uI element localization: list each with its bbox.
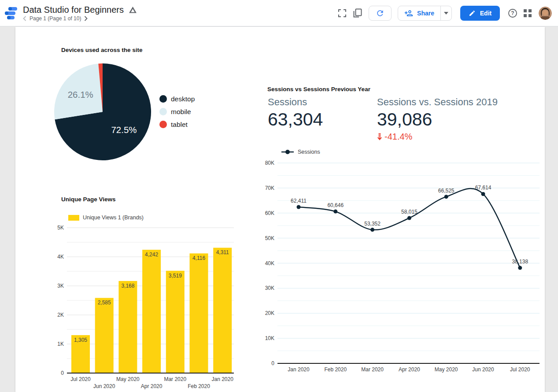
- fullscreen-icon[interactable]: [335, 6, 350, 21]
- scorecard-delta: -41.4%: [377, 132, 498, 142]
- svg-text:1,305: 1,305: [74, 337, 87, 343]
- app-header: Data Studio for Beginners Page 1 (Page 1…: [0, 0, 558, 26]
- svg-text:10K: 10K: [265, 335, 274, 341]
- legend-dot-mobile-icon: [159, 108, 167, 115]
- svg-text:60K: 60K: [265, 210, 274, 216]
- svg-text:70K: 70K: [265, 185, 274, 191]
- svg-text:Jan 2020: Jan 2020: [212, 376, 234, 382]
- svg-text:62,411: 62,411: [291, 198, 307, 204]
- svg-text:May 2020: May 2020: [116, 376, 140, 382]
- pie-legend: desktop mobile tablet: [159, 92, 195, 131]
- svg-text:Jul 2020: Jul 2020: [510, 366, 530, 373]
- line-chart[interactable]: 010K20K30K40K50K60K70K80KJan 2020Feb 202…: [260, 157, 544, 377]
- scorecard-value: 63,304: [268, 109, 323, 129]
- down-arrow-icon: [377, 133, 382, 141]
- pie-chart[interactable]: 72.5%26.1%: [53, 63, 152, 161]
- legend-item-mobile: mobile: [159, 105, 195, 118]
- svg-text:30K: 30K: [265, 285, 274, 291]
- scorecard-sessions-vs-2019[interactable]: Sessions vs. Sessions 2019 39,086 -41.4%: [377, 96, 498, 142]
- svg-text:3K: 3K: [57, 283, 64, 289]
- scorecard-label: Sessions vs. Sessions 2019: [377, 96, 498, 108]
- svg-text:4,311: 4,311: [216, 249, 229, 255]
- drive-icon: [129, 7, 137, 13]
- legend-dot-tablet-icon: [159, 121, 167, 128]
- svg-text:?: ?: [511, 10, 514, 16]
- svg-text:80K: 80K: [265, 160, 274, 166]
- svg-text:66,525: 66,525: [438, 188, 455, 194]
- report-canvas: Devices used across the site 72.5%26.1% …: [15, 27, 545, 392]
- pencil-icon: [469, 10, 476, 17]
- bar-series-swatch-icon: [68, 215, 79, 221]
- scorecard-value: 39,086: [377, 109, 498, 129]
- next-page-icon[interactable]: [84, 16, 88, 21]
- edit-button-label: Edit: [480, 10, 491, 17]
- avatar[interactable]: [539, 7, 552, 20]
- svg-text:20K: 20K: [265, 310, 274, 316]
- legend-dot-desktop-icon: [159, 95, 167, 103]
- svg-text:50K: 50K: [265, 235, 274, 241]
- data-studio-logo-icon[interactable]: [4, 7, 18, 20]
- svg-text:2,585: 2,585: [98, 300, 111, 306]
- svg-text:Mar 2020: Mar 2020: [164, 376, 186, 382]
- svg-text:4,242: 4,242: [145, 251, 158, 258]
- scorecard-delta-value: -41.4%: [384, 132, 412, 142]
- svg-text:Feb 2020: Feb 2020: [188, 383, 210, 389]
- prev-page-icon[interactable]: [23, 16, 26, 21]
- svg-text:Jan 2020: Jan 2020: [288, 366, 310, 373]
- svg-text:May 2020: May 2020: [435, 366, 458, 373]
- share-button-label: Share: [417, 10, 434, 17]
- svg-text:Mar 2020: Mar 2020: [361, 366, 384, 373]
- svg-text:0: 0: [271, 360, 274, 366]
- svg-text:72.5%: 72.5%: [111, 125, 137, 135]
- svg-text:4K: 4K: [57, 254, 64, 260]
- share-button[interactable]: Share: [398, 6, 440, 20]
- apps-grid-icon[interactable]: [520, 6, 535, 21]
- svg-text:Jun 2020: Jun 2020: [472, 366, 494, 373]
- svg-text:38,138: 38,138: [512, 259, 528, 265]
- line-chart-legend: Sessions: [281, 149, 320, 155]
- report-title: Data Studio for Beginners: [23, 4, 124, 15]
- svg-text:3,519: 3,519: [169, 273, 182, 279]
- page-navigation[interactable]: Page 1 (Page 1 of 10): [23, 15, 137, 22]
- svg-text:0: 0: [61, 370, 64, 376]
- help-icon[interactable]: ?: [505, 6, 520, 21]
- svg-text:58,015: 58,015: [401, 209, 418, 215]
- svg-text:Jul 2020: Jul 2020: [70, 376, 91, 382]
- edit-button[interactable]: Edit: [460, 6, 500, 21]
- svg-text:1K: 1K: [57, 341, 64, 347]
- legend-item-desktop: desktop: [159, 92, 195, 105]
- share-dropdown-button[interactable]: [440, 6, 451, 20]
- copy-pages-icon[interactable]: [350, 6, 365, 21]
- pie-chart-title: Devices used across the site: [61, 47, 143, 53]
- bar-chart-legend: Unique Views 1 (Brands): [68, 214, 144, 221]
- line-series-marker-icon: [281, 149, 294, 155]
- svg-text:40K: 40K: [265, 260, 274, 266]
- page-nav-label[interactable]: Page 1 (Page 1 of 10): [30, 15, 81, 22]
- scorecard-sessions[interactable]: Sessions 63,304: [268, 96, 323, 129]
- svg-text:3,168: 3,168: [121, 283, 134, 289]
- svg-text:Apr 2020: Apr 2020: [141, 383, 163, 389]
- bar-chart-title: Unique Page Views: [61, 196, 116, 203]
- share-button-group: Share: [398, 6, 452, 21]
- svg-text:67,614: 67,614: [475, 185, 491, 191]
- svg-text:53,352: 53,352: [364, 221, 381, 227]
- bar-chart[interactable]: 01K2K3K4K5K1,305Jul 20202,585Jun 20203,1…: [57, 221, 244, 392]
- svg-text:Feb 2020: Feb 2020: [324, 366, 347, 373]
- svg-text:5K: 5K: [57, 225, 64, 231]
- svg-text:60,646: 60,646: [327, 202, 344, 208]
- scorecard-label: Sessions: [268, 96, 323, 108]
- svg-text:Jun 2020: Jun 2020: [93, 383, 115, 389]
- svg-text:4,116: 4,116: [192, 255, 205, 261]
- svg-text:2K: 2K: [57, 312, 64, 318]
- scorecard-section-title: Sessions vs Sessions Previous Year: [267, 86, 370, 92]
- person-add-icon: [404, 9, 413, 18]
- svg-text:26.1%: 26.1%: [68, 89, 93, 100]
- chevron-down-icon: [444, 12, 448, 15]
- svg-text:Apr 2020: Apr 2020: [399, 366, 420, 373]
- legend-item-tablet: tablet: [159, 118, 195, 131]
- refresh-button[interactable]: [369, 6, 392, 21]
